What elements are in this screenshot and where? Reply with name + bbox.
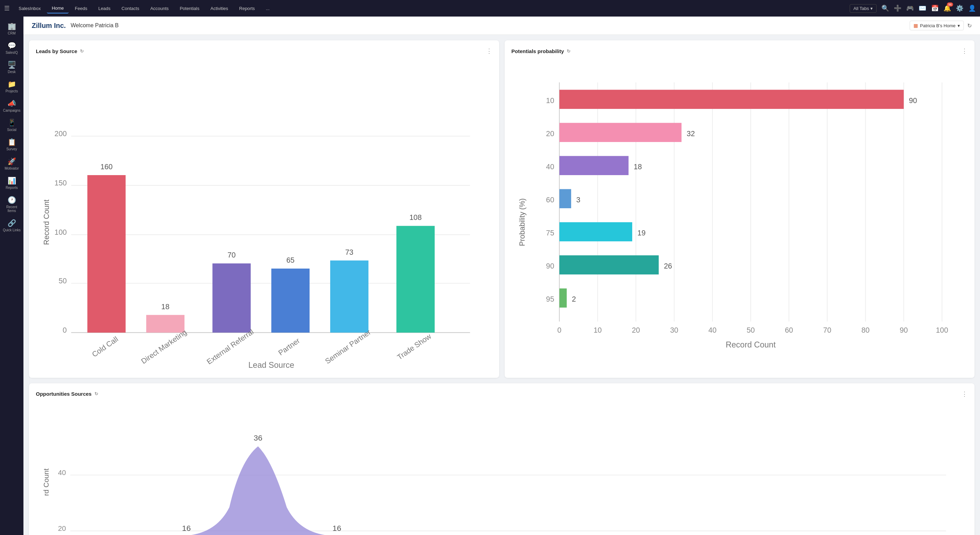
opportunities-sources-card: Opportunities Sources ↻ ⋮ rd Count 20 40 xyxy=(29,383,975,535)
svg-text:40: 40 xyxy=(58,468,66,476)
quick-links-icon: 🔗 xyxy=(8,219,16,227)
svg-text:18: 18 xyxy=(161,303,170,311)
svg-text:Partner: Partner xyxy=(277,336,301,357)
sidebar-item-reports[interactable]: 📊 Reports xyxy=(2,174,22,193)
svg-text:10: 10 xyxy=(546,97,554,105)
svg-text:Record Count: Record Count xyxy=(42,200,51,245)
opportunities-sources-chart: rd Count 20 40 36 16 xyxy=(36,403,967,535)
svg-text:32: 32 xyxy=(687,130,695,138)
leads-by-source-svg: Record Count 0 50 100 150 200 xyxy=(36,61,492,369)
notification-icon[interactable]: 🔔 96 xyxy=(943,5,951,12)
home-selector-label: Patricia B's Home xyxy=(920,23,956,28)
leads-by-source-header: Leads by Source ↻ ⋮ xyxy=(36,47,492,55)
svg-text:90: 90 xyxy=(899,326,908,334)
sidebar-item-recent-items[interactable]: 🕐 Recent Items xyxy=(2,193,22,215)
refresh-icon[interactable]: ↻ xyxy=(967,22,972,29)
svg-text:160: 160 xyxy=(100,163,113,171)
svg-text:36: 36 xyxy=(254,433,262,442)
potentials-probability-header: Potentials probability ↻ ⋮ xyxy=(512,47,968,55)
svg-text:50: 50 xyxy=(746,326,754,334)
all-tabs-button[interactable]: All Tabs ▾ xyxy=(850,4,877,13)
leads-menu-icon[interactable]: ⋮ xyxy=(486,47,492,55)
mail-icon[interactable]: ✉️ xyxy=(919,5,926,12)
bar-prob-40 xyxy=(559,156,628,175)
bar-prob-75 xyxy=(559,222,632,242)
svg-text:Cold Call: Cold Call xyxy=(91,335,120,358)
svg-text:Direct Marketing: Direct Marketing xyxy=(140,328,188,366)
svg-text:100: 100 xyxy=(935,326,948,334)
campaigns-icon: 📣 xyxy=(8,99,16,108)
salesiq-icon: 💬 xyxy=(8,41,16,49)
sidebar-item-projects[interactable]: 📁 Projects xyxy=(2,77,22,96)
nav-tab-leads[interactable]: Leads xyxy=(94,4,115,13)
nav-tab-accounts[interactable]: Accounts xyxy=(145,4,173,13)
potentials-probability-svg: Probability (%) xyxy=(512,61,968,369)
bar-partner xyxy=(271,269,310,333)
svg-text:60: 60 xyxy=(546,196,554,204)
svg-text:40: 40 xyxy=(546,163,554,171)
sidebar-item-desk[interactable]: 🖥️ Desk xyxy=(2,58,22,76)
svg-text:80: 80 xyxy=(861,326,869,334)
hamburger-menu-icon[interactable]: ☰ xyxy=(4,5,10,12)
add-icon[interactable]: ➕ xyxy=(894,5,901,12)
svg-text:26: 26 xyxy=(663,262,672,270)
bar-direct-marketing xyxy=(146,315,185,333)
sidebar-item-social[interactable]: 📱 Social xyxy=(2,116,22,134)
leads-by-source-chart: Record Count 0 50 100 150 200 xyxy=(36,61,492,371)
nav-tab-home[interactable]: Home xyxy=(47,3,68,13)
bar-prob-90 xyxy=(559,255,659,275)
main-layout: 🏢 CRM 💬 SalesIQ 🖥️ Desk 📁 Projects 📣 Cam… xyxy=(0,16,980,535)
svg-text:3: 3 xyxy=(576,196,580,204)
svg-text:50: 50 xyxy=(59,277,67,285)
opps-area xyxy=(179,446,337,535)
sidebar-item-motivator[interactable]: 🚀 Motivator xyxy=(2,154,22,173)
sidebar-item-salesiq[interactable]: 💬 SalesIQ xyxy=(2,38,22,57)
svg-text:150: 150 xyxy=(54,179,67,187)
search-icon[interactable]: 🔍 xyxy=(881,5,889,12)
desk-icon: 🖥️ xyxy=(8,61,16,69)
nav-tab-reports[interactable]: Reports xyxy=(234,4,260,13)
svg-text:20: 20 xyxy=(632,326,640,334)
nav-tab-salesinbox[interactable]: SalesInbox xyxy=(14,4,46,13)
nav-tab-contacts[interactable]: Contacts xyxy=(117,4,144,13)
svg-text:40: 40 xyxy=(708,326,716,334)
chevron-down-icon: ▾ xyxy=(870,6,873,11)
svg-text:70: 70 xyxy=(228,251,236,259)
user-avatar[interactable]: 👤 xyxy=(968,5,976,12)
sidebar-item-survey[interactable]: 📋 Survey xyxy=(2,135,22,154)
svg-text:0: 0 xyxy=(63,326,67,334)
opps-refresh-icon[interactable]: ↻ xyxy=(94,391,98,396)
potentials-menu-icon[interactable]: ⋮ xyxy=(961,47,967,55)
gamepad-icon[interactable]: 🎮 xyxy=(906,5,914,12)
home-selector-button[interactable]: ▦ Patricia B's Home ▾ xyxy=(910,21,964,30)
logo-text: Zillum Inc. xyxy=(32,22,66,30)
sidebar-item-campaigns[interactable]: 📣 Campaigns xyxy=(2,97,22,115)
notification-badge: 96 xyxy=(947,2,953,6)
crm-icon: 🏢 xyxy=(8,22,16,30)
settings-icon[interactable]: ⚙️ xyxy=(956,5,964,12)
svg-text:100: 100 xyxy=(54,228,67,236)
leads-refresh-icon[interactable]: ↻ xyxy=(80,49,84,54)
opportunities-sources-title: Opportunities Sources ↻ xyxy=(36,391,98,397)
sidebar-item-crm[interactable]: 🏢 CRM xyxy=(2,19,22,38)
charts-row-1: Leads by Source ↻ ⋮ Record Count 0 50 10 xyxy=(29,40,975,378)
opps-menu-icon[interactable]: ⋮ xyxy=(961,390,967,398)
nav-tab-activities[interactable]: Activities xyxy=(205,4,233,13)
potentials-refresh-icon[interactable]: ↻ xyxy=(567,49,571,54)
header-bar: Zillum Inc. Welcome Patricia B ▦ Patrici… xyxy=(24,16,980,35)
svg-text:Lead Source: Lead Source xyxy=(248,361,294,369)
bar-prob-95 xyxy=(559,288,566,308)
calendar-icon[interactable]: 📅 xyxy=(931,5,939,12)
svg-text:20: 20 xyxy=(58,524,66,532)
svg-text:18: 18 xyxy=(633,163,642,171)
nav-tab-more[interactable]: ... xyxy=(261,4,274,13)
nav-tab-feeds[interactable]: Feeds xyxy=(70,4,92,13)
svg-text:20: 20 xyxy=(546,130,554,138)
grid-icon: ▦ xyxy=(913,23,918,28)
svg-text:200: 200 xyxy=(54,130,67,138)
sidebar-item-quick-links[interactable]: 🔗 Quick Links xyxy=(2,216,22,235)
svg-text:Record Count: Record Count xyxy=(725,340,776,349)
bar-cold-call xyxy=(87,175,126,333)
nav-tab-potentials[interactable]: Potentials xyxy=(175,4,204,13)
svg-text:95: 95 xyxy=(546,295,554,303)
